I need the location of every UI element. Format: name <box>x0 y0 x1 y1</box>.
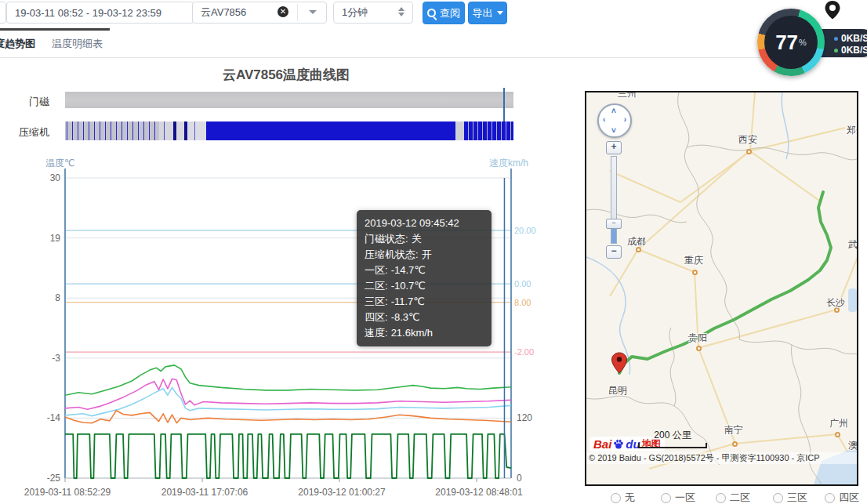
zoom-slider-handle[interactable]: − <box>606 219 622 229</box>
svg-text:温度℃: 温度℃ <box>45 158 74 169</box>
svg-text:0: 0 <box>517 473 522 484</box>
tooltip-row: 门磁状态:关 <box>365 231 484 247</box>
series-一区 <box>65 411 511 423</box>
export-label: 导出 <box>473 6 493 20</box>
svg-text:速度km/h: 速度km/h <box>489 158 528 169</box>
radio-icon[interactable] <box>661 493 671 503</box>
door-status-bar[interactable] <box>65 92 513 108</box>
vehicle-select[interactable]: 云AV7856 ✕ <box>192 2 327 24</box>
stepper-icon[interactable] <box>398 7 404 16</box>
svg-text:-25: -25 <box>47 473 61 484</box>
zoom-slider-track[interactable]: − <box>611 156 617 244</box>
svg-text:19: 19 <box>50 233 61 244</box>
pan-left-icon: ‹ <box>603 115 605 124</box>
map-pan-control[interactable]: ˄ ˅ ‹ › <box>597 103 632 138</box>
city-label: 重庆 <box>684 254 703 267</box>
chart-tooltip: 2019-03-12 09:45:42 门磁状态:关压缩机状态:开一区:-14.… <box>357 210 492 346</box>
city-dot <box>746 149 752 154</box>
svg-text:20.00: 20.00 <box>514 226 536 235</box>
city-dot <box>835 432 840 437</box>
page-title: 云AV7856温度曲线图 <box>0 66 572 84</box>
compressor-status-bar[interactable] <box>65 121 513 140</box>
legend-item-四区[interactable]: 四区 <box>825 491 859 504</box>
location-pin-icon[interactable] <box>822 0 843 22</box>
download-icon <box>834 49 838 53</box>
legend-item-二区[interactable]: 二区 <box>716 491 750 504</box>
export-button[interactable]: 导出 <box>468 2 507 24</box>
city-dot <box>696 346 702 351</box>
map-canvas <box>586 92 857 484</box>
svg-text:8: 8 <box>55 292 60 303</box>
chevron-down-icon[interactable] <box>309 10 317 14</box>
tab-trend-chart[interactable]: 温度趋势图 <box>0 37 35 51</box>
door-status-label: 门磁 <box>2 95 49 109</box>
svg-text:2019-03-11 08:52:29: 2019-03-11 08:52:29 <box>24 487 111 498</box>
divider <box>297 4 298 21</box>
query-button[interactable]: 查阅 <box>423 2 465 24</box>
upload-icon <box>834 37 838 41</box>
city-label: 武汉 <box>848 238 858 252</box>
zoom-out-button[interactable]: − <box>606 245 622 259</box>
series-速度 <box>65 434 511 478</box>
city-label: 昆明 <box>608 384 627 397</box>
tooltip-row: 四区:-8.3℃ <box>365 310 484 325</box>
radio-icon[interactable] <box>611 493 621 503</box>
date-range-input[interactable]: 19-03-11 08:52 - 19-03-12 23:59 <box>6 2 194 24</box>
svg-text:-14: -14 <box>47 412 61 423</box>
city-dot <box>692 270 698 275</box>
compressor-status-label: 压缩机 <box>2 125 49 140</box>
city-label: 长沙 <box>826 296 845 310</box>
date-range-value: 19-03-11 08:52 - 19-03-12 23:59 <box>15 7 161 19</box>
tooltip-row: 压缩机状态:开 <box>365 247 484 263</box>
radio-icon[interactable] <box>825 493 835 503</box>
map-scale: 200 公里 <box>638 429 707 448</box>
interval-select[interactable]: 1分钟 <box>333 2 413 24</box>
city-label: 兰州 <box>618 91 637 100</box>
svg-text:0.00: 0.00 <box>514 279 531 288</box>
caret-down-icon <box>497 11 503 15</box>
query-label: 查阅 <box>440 6 460 20</box>
map-attribution: © 2019 Baidu - GS(2018)5572号 - 甲测资字11009… <box>586 452 857 464</box>
tooltip-row: 二区:-10.7℃ <box>365 278 484 294</box>
zoom-in-button[interactable]: + <box>606 141 622 154</box>
city-dot <box>732 441 738 447</box>
legend-item-三区[interactable]: 三区 <box>773 491 807 504</box>
svg-text:2019-03-12 01:00:27: 2019-03-12 01:00:27 <box>298 487 386 498</box>
legend-item-无[interactable]: 无 <box>611 491 635 504</box>
city-label: 澳门 <box>848 439 858 452</box>
tab-detail-table[interactable]: 温度明细表 <box>52 37 103 51</box>
tooltip-time: 2019-03-12 09:45:42 <box>365 216 484 231</box>
net-down-row: 0KB/S <box>834 45 867 56</box>
active-tab-indicator <box>0 28 110 31</box>
svg-text:8.00: 8.00 <box>514 298 531 307</box>
tooltip-row: 三区:-11.7℃ <box>365 294 484 310</box>
city-label: 贵阳 <box>688 332 707 345</box>
city-label: 成都 <box>627 235 646 248</box>
gauge-percent: 77 <box>775 31 798 55</box>
city-label: 南宁 <box>724 423 743 437</box>
pan-down-icon: ˅ <box>611 126 616 135</box>
clipped-toolbar-control[interactable] <box>0 2 6 24</box>
tooltip-row: 一区:-14.7℃ <box>365 263 484 278</box>
vehicle-value: 云AV7856 <box>201 5 246 20</box>
tooltip-row: 速度:21.6km/h <box>365 325 484 341</box>
clear-icon[interactable]: ✕ <box>278 6 288 17</box>
legend-item-一区[interactable]: 一区 <box>661 491 695 504</box>
tab-bar: 温度趋势图 温度明细表 <box>0 31 867 58</box>
radio-icon[interactable] <box>773 493 783 503</box>
memory-gauge[interactable]: 77 % <box>757 9 825 76</box>
svg-text:30: 30 <box>50 172 61 183</box>
svg-text:-3: -3 <box>52 353 60 364</box>
pan-right-icon: › <box>624 115 626 124</box>
baidu-map[interactable]: 兰州西安成都重庆长沙贵阳南宁广州郑州武汉昆明澳门 ˄ ˅ ‹ › + − − B… <box>585 91 858 486</box>
city-label: 广州 <box>829 417 848 430</box>
radio-icon[interactable] <box>716 493 726 503</box>
series-四区 <box>65 365 511 395</box>
baidu-paw-icon <box>613 439 624 450</box>
svg-text:2019-03-11 17:07:06: 2019-03-11 17:07:06 <box>161 487 248 498</box>
status-crosshair-line <box>503 88 505 121</box>
map-zoom-control: + − − <box>606 141 622 259</box>
map-roads <box>610 92 857 469</box>
vehicle-pin-icon[interactable] <box>610 352 629 374</box>
city-label: 西安 <box>738 133 757 147</box>
